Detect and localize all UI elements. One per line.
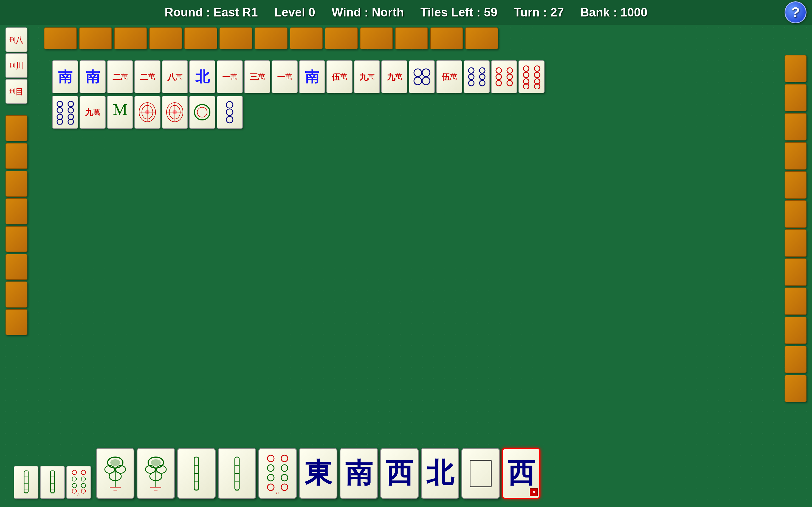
opponent-tile-r2 [217,96,243,129]
opponent-tile [464,60,490,93]
opponent-tile [491,60,517,93]
svg-text:一: 一 [235,489,239,493]
svg-point-0 [414,69,422,76]
top-tile [290,27,323,49]
opponent-tile: 九 萬 [354,60,380,93]
left-back-tile [5,281,27,307]
player-tile-8[interactable]: 西 [380,448,419,499]
svg-point-17 [534,66,540,71]
svg-point-10 [496,68,502,73]
svg-text:一: 一 [154,489,158,493]
player-tile-2[interactable]: 一 [136,448,175,499]
top-tile [254,27,288,49]
opponent-tile: 南 [299,60,325,93]
top-tile [325,27,358,49]
svg-point-7 [479,74,485,79]
svg-point-79 [281,474,288,481]
player-hand[interactable]: 一 一 一 一 [96,448,540,499]
right-tile [785,346,807,373]
top-tile [430,27,463,49]
player-tile-4[interactable]: 一 [218,448,256,499]
right-tile [785,84,807,111]
right-tile [785,200,807,228]
top-tile [44,27,77,49]
player-tile-1[interactable]: 一 [96,448,134,499]
top-tile [184,27,217,49]
left-back-tiles [5,115,27,335]
help-button[interactable]: ? [785,1,807,23]
opponent-row2: 九 萬 M [52,96,544,129]
turn-label: Turn : 27 [514,5,564,19]
svg-point-26 [57,108,63,113]
right-tile [785,229,807,257]
svg-point-74 [268,455,274,462]
opponent-tile: 伍 萬 [436,60,462,93]
svg-point-77 [281,465,288,471]
svg-point-98 [81,484,85,488]
top-tile [395,27,428,49]
svg-text:M: M [113,100,127,118]
svg-point-9 [479,80,485,86]
player-tile-10[interactable] [461,448,500,499]
svg-point-19 [534,72,540,78]
left-back-tile [5,309,27,335]
bottom-tile-1[interactable]: 一 [14,466,39,499]
svg-point-11 [507,68,512,73]
opponent-tile: 二 萬 [107,60,133,93]
opponent-tile-r2 [189,96,215,129]
player-tile-7[interactable]: 南 [340,448,378,499]
top-tile [220,27,252,49]
svg-point-1 [422,69,430,76]
opponent-tile: 北 [189,60,215,93]
svg-point-45 [226,102,233,108]
player-tile-6[interactable]: 東 [299,448,337,499]
opponent-tile: 九 萬 [381,60,407,93]
svg-rect-88 [51,471,55,493]
left-player-tiles: 刑 八 刑 川 刑 目 [5,27,27,104]
svg-rect-83 [24,471,28,493]
opponent-tile: 二 萬 [134,60,161,93]
svg-point-43 [194,105,210,120]
svg-point-47 [226,116,233,123]
opponent-tile-r2 [162,96,188,129]
top-tile [114,27,147,49]
svg-point-6 [469,74,474,79]
svg-point-93 [72,470,76,474]
bottom-left-tiles: 一 一 八 [14,466,91,499]
svg-point-24 [57,101,63,107]
bottom-tile-3[interactable]: 八 [66,466,91,499]
svg-text:一: 一 [51,492,54,496]
svg-point-76 [268,465,274,471]
svg-text:八: 八 [276,490,280,494]
game-header: Round : East R1 Level 0 Wind : North Til… [0,0,812,25]
left-back-tile [5,254,27,280]
player-tile-11[interactable]: 西 ✕ [502,448,540,499]
left-back-tile [5,143,27,169]
opponent-row1: 南 南 二 萬 二 萬 八 萬 北 一 萬 三 萬 一 [52,60,544,93]
bottom-tile-2[interactable]: 一 [40,466,65,499]
svg-point-97 [72,484,76,488]
top-opponent-tiles [44,27,498,49]
player-tile-3[interactable]: 一 [177,448,216,499]
svg-text:八: 八 [77,493,80,496]
svg-point-81 [281,484,288,491]
opponent-tile-r2 [134,96,161,129]
right-opponent-tiles [785,55,807,402]
opponent-tile: 南 [79,60,106,93]
player-tile-9[interactable]: 北 [421,448,459,499]
opponent-tile: 八 萬 [162,60,188,93]
svg-point-3 [422,77,430,85]
svg-text:一: 一 [194,489,198,493]
svg-point-75 [281,455,288,462]
wind-label: Wind : North [332,5,404,19]
left-back-tile [5,171,27,197]
round-label: Round : East R1 [165,5,258,19]
left-tile-1: 刑 八 [5,27,27,52]
svg-point-44 [197,107,207,117]
svg-point-99 [72,489,76,493]
player-tile-5[interactable]: 八 [258,448,297,499]
left-tile-3: 刑 目 [5,79,27,104]
opponent-tile [409,60,435,93]
left-back-tile [5,226,27,252]
svg-point-2 [414,77,422,85]
